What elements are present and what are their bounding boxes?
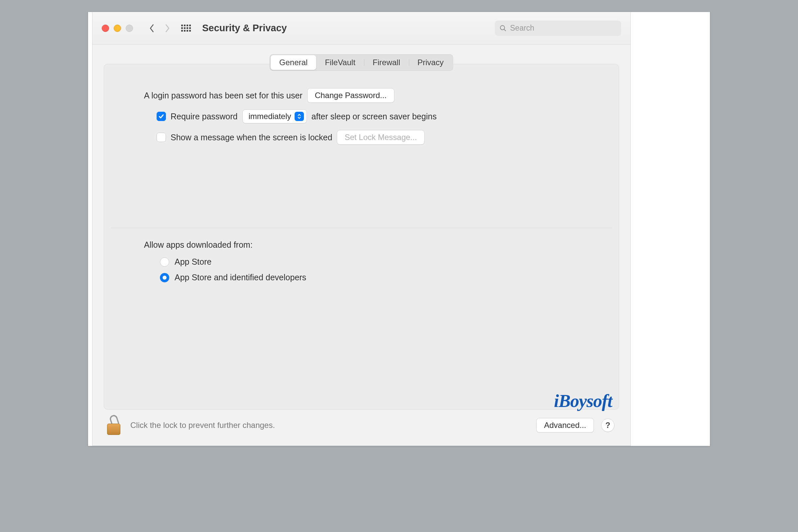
advanced-button[interactable]: Advanced... — [536, 418, 594, 433]
system-preferences-window: Security & Privacy General FileVault Fir… — [92, 12, 631, 446]
radio-app-store[interactable] — [160, 258, 169, 267]
search-field[interactable] — [495, 21, 621, 36]
traffic-lights — [102, 25, 133, 32]
back-button[interactable] — [147, 22, 157, 35]
panel: General FileVault Firewall Privacy A log… — [104, 64, 619, 410]
allow-apps-section: Allow apps downloaded from: App Store Ap… — [104, 228, 619, 282]
window-title: Security & Privacy — [202, 23, 490, 34]
lock-icon[interactable] — [106, 416, 123, 435]
help-button[interactable]: ? — [601, 419, 614, 432]
radio-identified-developers[interactable] — [160, 273, 169, 282]
require-password-label: Require password — [171, 112, 238, 121]
tab-privacy[interactable]: Privacy — [408, 55, 452, 70]
watermark: iBoysoft — [554, 391, 612, 411]
outer-frame: Security & Privacy General FileVault Fir… — [88, 12, 710, 446]
password-set-row: A login password has been set for this u… — [144, 88, 599, 103]
search-input[interactable] — [510, 24, 616, 33]
password-delay-dropdown[interactable]: immediately — [242, 109, 307, 124]
change-password-button[interactable]: Change Password... — [307, 88, 394, 103]
tab-general[interactable]: General — [271, 55, 316, 70]
show-all-button[interactable] — [181, 23, 191, 33]
show-message-row: Show a message when the screen is locked… — [144, 130, 599, 145]
after-sleep-label: after sleep or screen saver begins — [311, 112, 437, 121]
dropdown-value: immediately — [249, 112, 291, 121]
forward-button[interactable] — [162, 22, 172, 35]
maximize-button[interactable] — [126, 25, 133, 32]
radio-app-store-row: App Store — [144, 257, 599, 267]
chevron-up-down-icon — [294, 112, 304, 121]
lock-hint-label: Click the lock to prevent further change… — [130, 421, 529, 430]
show-message-label: Show a message when the screen is locked — [171, 133, 332, 142]
minimize-button[interactable] — [114, 25, 121, 32]
footer: Click the lock to prevent further change… — [92, 410, 630, 445]
radio-identified-label: App Store and identified developers — [174, 273, 306, 282]
login-section: A login password has been set for this u… — [104, 64, 619, 145]
toolbar: Security & Privacy — [92, 12, 630, 44]
main-area: General FileVault Firewall Privacy A log… — [92, 44, 630, 410]
show-message-checkbox[interactable] — [157, 133, 166, 142]
radio-app-store-label: App Store — [174, 257, 211, 267]
tab-filevault[interactable]: FileVault — [316, 55, 364, 70]
svg-point-0 — [500, 25, 505, 30]
allow-apps-label: Allow apps downloaded from: — [144, 240, 599, 250]
set-lock-message-button[interactable]: Set Lock Message... — [337, 130, 424, 145]
grid-icon — [181, 25, 191, 32]
close-button[interactable] — [102, 25, 109, 32]
require-password-row: Require password immediately after sleep… — [144, 109, 599, 124]
require-password-checkbox[interactable] — [157, 112, 166, 121]
password-set-label: A login password has been set for this u… — [144, 91, 303, 100]
svg-line-1 — [504, 29, 506, 31]
radio-identified-row: App Store and identified developers — [144, 273, 599, 282]
search-icon — [499, 25, 507, 32]
tabs: General FileVault Firewall Privacy — [270, 54, 453, 71]
tab-firewall[interactable]: Firewall — [364, 55, 409, 70]
